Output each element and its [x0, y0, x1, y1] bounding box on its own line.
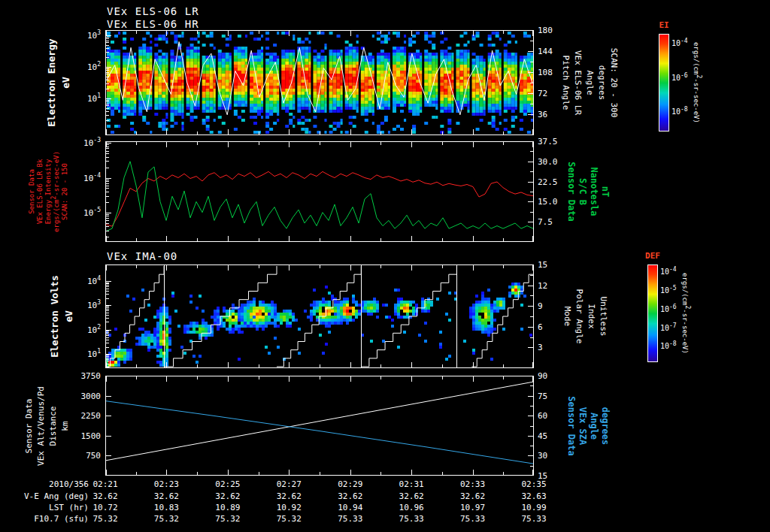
panel2-right-axis-label: S/C B: [578, 178, 588, 205]
time-tick-label: 02:25: [211, 479, 244, 489]
y-tick-label: 103: [69, 301, 101, 310]
footer-row-label: F10.7 (sfu): [6, 514, 89, 524]
panel2-right-axis-label: Nanotesla: [589, 167, 599, 216]
time-tick-label: 02:27: [272, 479, 305, 489]
footer-value: 32.62: [89, 491, 122, 501]
y-tick-label: 3750: [69, 371, 101, 381]
y-tick-label: 3: [538, 343, 571, 352]
y-tick-label: 3000: [69, 391, 101, 401]
panel1-title-els-lr: VEx ELS-06 LR: [107, 5, 199, 17]
panel3-title-ima: VEx IMA-00: [107, 250, 177, 262]
y-tick-label: 36: [538, 110, 571, 119]
y-tick-label: 15: [538, 260, 571, 270]
y-tick-label: 104: [69, 277, 101, 286]
panel4-right-axis-label: VEx SZA: [578, 407, 588, 445]
footer-row-label: V-E Ang (deg): [6, 491, 89, 501]
colorbar-def-title: DEF: [645, 251, 660, 261]
y-tick-label: 103: [69, 31, 101, 41]
panel3-right-axis-label: Index: [587, 304, 596, 328]
time-tick-label: 02:31: [395, 479, 428, 489]
time-tick-label: 02:29: [334, 479, 367, 489]
panel2-left-axis-label: ergs/(cm2-sr-sec-eV): [53, 151, 60, 232]
panel1-right-axis-label: Angle: [585, 70, 595, 95]
footer-value: 32.63: [517, 491, 550, 501]
y-tick-label: 102: [69, 62, 101, 72]
colorbar-def-tick-label: 10-7: [660, 324, 677, 332]
panel4-left-axis-label: Distance: [48, 406, 58, 446]
panel4-right-axis-label: Sensor Data: [566, 396, 577, 455]
footer-value: 10.97: [456, 503, 490, 512]
y-tick-label: 2250: [69, 411, 101, 421]
footer-value: 32.62: [272, 491, 305, 501]
y-tick-label: 750: [69, 451, 101, 461]
colorbar-def-tick-label: 10-6: [660, 305, 677, 313]
panel1-right-axis-label: Pitch Angle: [561, 56, 571, 110]
colorbar-ei-tick-label: 10-4: [671, 39, 688, 47]
footer-value: 32.62: [211, 491, 244, 501]
colorbar-ei-title: EI: [659, 20, 668, 30]
els-spectrogram-canvas: [105, 30, 534, 135]
footer-value: 10.96: [395, 503, 428, 512]
colorbar-ei-canvas: [659, 34, 669, 131]
panel2-left-axis-label: Sensor Data: [28, 169, 35, 214]
panel3-right-axis-label: Mode: [562, 307, 572, 327]
panel4-right-axis-label: degrees: [600, 407, 611, 445]
panel3-left-axis-label: eV: [63, 310, 74, 322]
panel1-right-axis-label: SCAN: 20 - 300: [609, 48, 619, 118]
panel4-right-axis-label: Angle: [589, 412, 599, 439]
footer-value: 75.32: [89, 514, 122, 524]
panel2-right-axis-label: nT: [600, 186, 611, 197]
vex-orbit-plot-screen: VEx ELS-06 LR VEx ELS-06 HR VEx IMA-00 1…: [0, 0, 770, 532]
y-tick-label: 101: [69, 94, 101, 104]
footer-value: 32.62: [150, 491, 183, 501]
footer-row-label: LST (hr): [6, 503, 89, 512]
footer-value: 32.62: [395, 491, 428, 501]
ima-spectrogram-canvas: [105, 264, 534, 368]
colorbar-def-canvas: [647, 264, 658, 362]
colorbar-ei-tick-label: 10-6: [671, 74, 688, 82]
footer-value: 75.32: [272, 514, 305, 524]
panel1-right-axis-label: degrees: [597, 65, 607, 100]
y-tick-label: 12: [538, 281, 571, 291]
footer-value: 75.32: [211, 514, 244, 524]
panel4-left-axis-label: VEx Alt/Venus/Pd: [36, 386, 46, 466]
panel2-right-axis-label: Sensor Data: [566, 162, 577, 221]
panel3-right-axis-label: Unitless: [599, 297, 608, 337]
colorbar-def-units-label: ergs/(cm2-sr-sec-eV): [681, 273, 689, 354]
time-axis-date: 2010/356: [41, 479, 89, 489]
footer-value: 10.72: [89, 503, 122, 512]
time-tick-label: 02:21: [89, 479, 122, 489]
time-tick-label: 02:33: [456, 479, 490, 489]
y-tick-label: 10-3: [69, 138, 101, 148]
time-tick-label: 02:35: [517, 479, 550, 489]
y-tick-label: 101: [69, 349, 101, 359]
footer-value: 10.83: [150, 503, 183, 512]
colorbar-ei-units-label: ergs/(cm2-sr-sec-eV): [693, 42, 700, 123]
footer-value: 10.94: [334, 503, 367, 512]
footer-value: 75.33: [395, 514, 428, 524]
footer-value: 75.33: [456, 514, 490, 524]
y-tick-label: 90: [538, 371, 571, 381]
panel3-right-axis-label: Polar Angle: [574, 289, 584, 344]
footer-value: 10.99: [517, 503, 550, 512]
footer-value: 32.62: [334, 491, 367, 501]
panel2-left-axis-label: SCAN: 20 - 150: [61, 163, 68, 220]
colorbar-ei-tick-label: 10-8: [671, 107, 688, 116]
footer-value: 75.33: [334, 514, 367, 524]
footer-value: 32.62: [456, 491, 490, 501]
panel4-left-axis-label: Sensor Data: [24, 398, 34, 453]
y-tick-label: 180: [538, 26, 571, 35]
footer-value: 75.32: [150, 514, 183, 524]
colorbar-def-tick-label: 10-4: [660, 268, 677, 276]
panel1-left-axis-label: Electron Energy: [46, 38, 57, 126]
colorbar-def-tick-label: 10-5: [660, 286, 677, 295]
y-tick-label: 37.5: [538, 137, 571, 147]
y-tick-label: 102: [69, 325, 101, 335]
time-tick-label: 02:23: [150, 479, 183, 489]
panel4-left-axis-label: km: [60, 421, 70, 431]
panel2-left-axis-label: VEx ELS-06 LR Bk: [36, 159, 44, 225]
footer-value: 75.33: [517, 514, 550, 524]
colorbar-def-tick-label: 10-8: [660, 342, 677, 350]
panel1-right-axis-label: VEx ELS-06 LR: [573, 50, 583, 115]
panel2-left-axis-label: Energy Intensity: [44, 159, 52, 225]
